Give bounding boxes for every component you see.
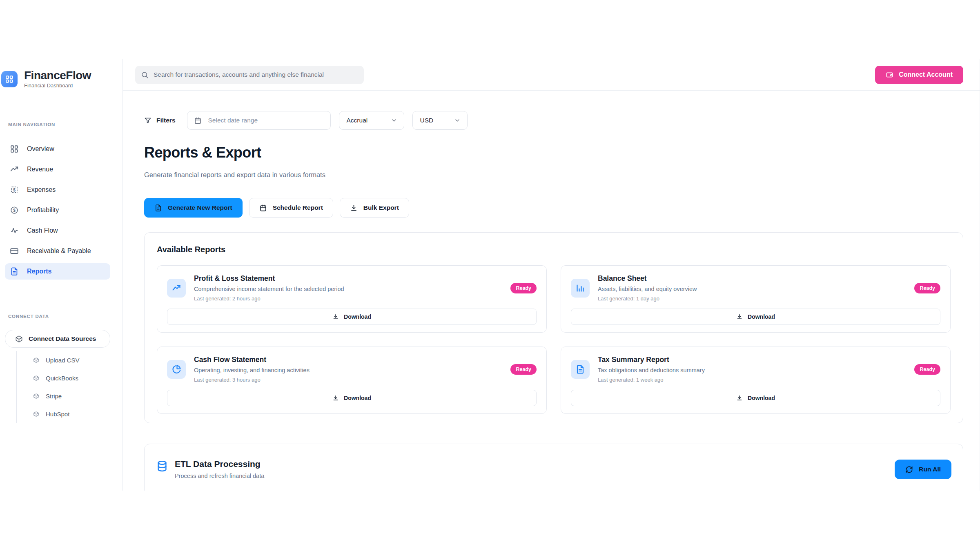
sidebar-item-label: Revenue <box>27 166 53 173</box>
page-subtitle: Generate financial reports and export da… <box>144 171 963 179</box>
receipt-icon: $ <box>10 185 19 194</box>
brand-header: FinanceFlow Financial Dashboard <box>0 59 122 99</box>
bar-chart-icon <box>571 279 590 298</box>
report-title: Balance Sheet <box>598 274 906 283</box>
sidebar-item-label: Cash Flow <box>27 227 58 234</box>
sidebar-item-label: Overview <box>27 145 54 153</box>
top-bar: Connect Account <box>123 59 980 91</box>
etl-title-group: ETL Data Processing Process and refresh … <box>156 459 264 480</box>
sidebar-item-stripe[interactable]: Stripe <box>17 387 122 405</box>
wallet-icon <box>886 71 893 79</box>
schedule-report-label: Schedule Report <box>273 204 323 211</box>
run-all-button[interactable]: Run All <box>895 460 951 479</box>
connect-account-label: Connect Account <box>899 71 953 78</box>
sidebar-item-expenses[interactable]: $ Expenses <box>5 182 110 198</box>
download-label: Download <box>748 313 775 320</box>
download-button[interactable]: Download <box>167 309 537 325</box>
report-card-profit-loss: Profit & Loss Statement Comprehensive in… <box>157 265 547 333</box>
report-last-generated: Last generated: 2 hours ago <box>194 295 502 302</box>
etl-text: ETL Data Processing Process and refresh … <box>175 459 264 480</box>
data-source-list: Upload CSV QuickBooks Stripe HubSpot <box>16 351 122 423</box>
file-text-icon <box>571 360 590 379</box>
actions-row: Generate New Report Schedule Report Bulk… <box>144 198 963 218</box>
sidebar-item-label: Profitability <box>27 207 59 214</box>
schedule-report-button[interactable]: Schedule Report <box>249 198 333 218</box>
etl-title: ETL Data Processing <box>175 459 264 469</box>
report-cards-grid: Profit & Loss Statement Comprehensive in… <box>157 265 951 414</box>
report-last-generated: Last generated: 3 hours ago <box>194 376 502 383</box>
sidebar-item-label: Receivable & Payable <box>27 247 91 255</box>
etl-header: ETL Data Processing Process and refresh … <box>156 459 951 480</box>
download-button[interactable]: Download <box>167 390 537 406</box>
currency-value: USD <box>420 117 434 124</box>
report-title: Profit & Loss Statement <box>194 274 502 283</box>
filters-label: Filters <box>156 117 176 124</box>
connect-account-button[interactable]: Connect Account <box>875 66 963 84</box>
accounting-method-select[interactable]: Accrual <box>339 111 404 130</box>
card-header: Tax Summary Report Tax obligations and d… <box>571 355 940 383</box>
status-badge: Ready <box>510 364 537 375</box>
download-button[interactable]: Download <box>571 309 940 325</box>
available-reports-title: Available Reports <box>157 244 951 255</box>
database-icon <box>156 460 168 472</box>
chevron-down-icon <box>391 117 397 124</box>
source-label: QuickBooks <box>46 375 78 382</box>
report-card-tax-summary: Tax Summary Report Tax obligations and d… <box>561 347 951 414</box>
page-title: Reports & Export <box>144 144 963 161</box>
content: Filters Accrual USD Reports & Export Gen… <box>123 91 980 491</box>
sidebar-item-hubspot[interactable]: HubSpot <box>17 405 122 423</box>
card-text: Balance Sheet Assets, liabilities, and e… <box>598 274 906 302</box>
currency-select[interactable]: USD <box>412 111 468 130</box>
sidebar-item-profitability[interactable]: $ Profitability <box>5 202 110 218</box>
sidebar-item-cash-flow[interactable]: Cash Flow <box>5 222 110 239</box>
search-bar[interactable] <box>135 66 364 84</box>
main-nav: Overview Revenue $ Expenses $ Profitabil… <box>0 141 122 280</box>
file-text-icon <box>10 267 19 276</box>
date-range-picker[interactable] <box>187 111 331 130</box>
trending-up-icon <box>10 165 19 174</box>
download-icon <box>332 395 339 401</box>
card-text: Tax Summary Report Tax obligations and d… <box>598 355 906 383</box>
sidebar-item-upload-csv[interactable]: Upload CSV <box>17 351 122 369</box>
filters-row: Filters Accrual USD <box>144 111 963 130</box>
cube-icon <box>33 357 39 363</box>
card-text: Cash Flow Statement Operating, investing… <box>194 355 502 383</box>
available-reports-panel: Available Reports Profit & Loss Statemen… <box>144 232 963 423</box>
dashboard-grid-icon <box>5 75 14 84</box>
run-all-label: Run All <box>919 466 941 473</box>
sidebar: FinanceFlow Financial Dashboard MAIN NAV… <box>0 59 123 491</box>
dashboard-grid-icon <box>10 144 19 153</box>
refresh-icon <box>905 466 913 473</box>
sidebar-item-receivable-payable[interactable]: Receivable & Payable <box>5 243 110 259</box>
connect-data-sources-button[interactable]: Connect Data Sources <box>5 330 110 348</box>
report-title: Tax Summary Report <box>598 355 906 364</box>
chevron-down-icon <box>454 117 461 124</box>
download-button[interactable]: Download <box>571 390 940 406</box>
sidebar-item-quickbooks[interactable]: QuickBooks <box>17 369 122 387</box>
app-window: FinanceFlow Financial Dashboard MAIN NAV… <box>0 59 980 491</box>
filters-label-group: Filters <box>144 117 176 124</box>
cube-icon <box>33 411 39 417</box>
credit-card-icon <box>10 247 19 256</box>
generate-new-report-button[interactable]: Generate New Report <box>144 198 243 218</box>
report-title: Cash Flow Statement <box>194 355 502 364</box>
date-range-input[interactable] <box>207 116 324 124</box>
activity-icon <box>10 226 19 235</box>
etl-subtitle: Process and refresh financial data <box>175 472 264 480</box>
sidebar-item-revenue[interactable]: Revenue <box>5 161 110 178</box>
card-header: Balance Sheet Assets, liabilities, and e… <box>571 274 940 302</box>
bulk-export-button[interactable]: Bulk Export <box>340 198 409 218</box>
report-description: Assets, liabilities, and equity overview <box>598 285 906 293</box>
sidebar-item-reports[interactable]: Reports <box>5 263 110 280</box>
sidebar-item-overview[interactable]: Overview <box>5 141 110 157</box>
search-input[interactable] <box>153 71 358 79</box>
cube-icon <box>15 335 23 343</box>
sidebar-item-label: Reports <box>27 268 51 275</box>
bulk-export-label: Bulk Export <box>363 204 399 211</box>
report-card-balance-sheet: Balance Sheet Assets, liabilities, and e… <box>561 265 951 333</box>
source-label: Stripe <box>46 393 62 400</box>
card-text: Profit & Loss Statement Comprehensive in… <box>194 274 502 302</box>
source-label: Upload CSV <box>46 357 80 364</box>
filter-funnel-icon <box>144 117 151 124</box>
etl-panel: ETL Data Processing Process and refresh … <box>144 444 963 491</box>
